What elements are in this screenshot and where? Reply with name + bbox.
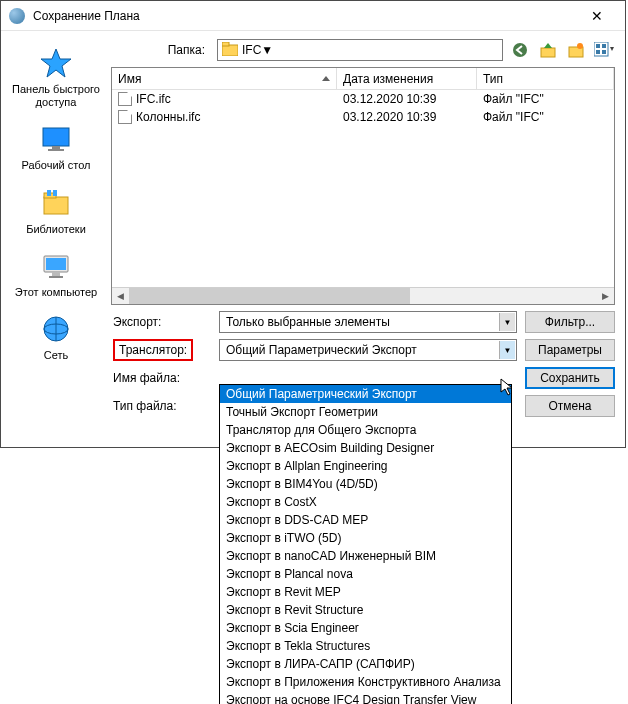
- dropdown-option[interactable]: Экспорт в AECOsim Building Designer: [220, 439, 511, 457]
- new-folder-button[interactable]: [565, 39, 587, 61]
- translator-dropdown[interactable]: Общий Параметрический ЭкспортТочный Эксп…: [219, 384, 512, 704]
- chevron-down-icon: ▼: [499, 313, 515, 331]
- file-icon: [118, 92, 132, 106]
- file-row[interactable]: Колонны.ifc 03.12.2020 10:39 Файл "IFC": [112, 108, 614, 126]
- dropdown-option[interactable]: Экспорт в Tekla Structures: [220, 637, 511, 655]
- dropdown-option[interactable]: Экспорт в Revit Structure: [220, 601, 511, 619]
- save-dialog: Сохранение Плана ✕ Панель быстрого досту…: [0, 0, 626, 448]
- scroll-left-icon[interactable]: ◀: [112, 288, 129, 304]
- view-menu-button[interactable]: [593, 39, 615, 61]
- up-button[interactable]: [537, 39, 559, 61]
- svg-rect-23: [602, 44, 606, 48]
- svg-point-17: [513, 43, 527, 57]
- svg-rect-2: [52, 146, 60, 149]
- svg-rect-10: [52, 272, 60, 276]
- back-button[interactable]: [509, 39, 531, 61]
- dropdown-option[interactable]: Экспорт в nanoCAD Инженерный BIM: [220, 547, 511, 565]
- dropdown-option[interactable]: Экспорт в Plancal nova: [220, 565, 511, 583]
- dropdown-option[interactable]: Экспорт в Allplan Engineering: [220, 457, 511, 475]
- places-sidebar: Панель быстрого доступа Рабочий стол Биб…: [1, 31, 111, 447]
- cancel-button[interactable]: Отмена: [525, 395, 615, 417]
- filetype-label: Тип файла:: [111, 399, 211, 413]
- chevron-down-icon: ▼: [261, 43, 273, 57]
- computer-icon: [40, 250, 72, 282]
- save-button[interactable]: Сохранить: [525, 367, 615, 389]
- window-title: Сохранение Плана: [33, 9, 577, 23]
- dropdown-option[interactable]: Экспорт в Scia Engineer: [220, 619, 511, 637]
- horizontal-scrollbar[interactable]: ◀ ▶: [112, 287, 614, 304]
- translator-label: Транслятор:: [113, 339, 193, 361]
- svg-rect-15: [222, 45, 238, 56]
- svg-rect-22: [596, 44, 600, 48]
- col-header-type[interactable]: Тип: [477, 68, 614, 90]
- svg-marker-0: [41, 49, 71, 77]
- svg-rect-25: [602, 50, 606, 54]
- svg-rect-11: [49, 276, 63, 278]
- dropdown-option[interactable]: Экспорт в Приложения Конструктивного Ана…: [220, 673, 511, 691]
- file-list: Имя Дата изменения Тип IFC.ifc 03.12.202…: [111, 67, 615, 305]
- scroll-right-icon[interactable]: ▶: [597, 288, 614, 304]
- dropdown-option[interactable]: Экспорт на основе IFC4 Design Transfer V…: [220, 691, 511, 704]
- svg-rect-3: [48, 149, 64, 151]
- svg-rect-9: [46, 258, 66, 270]
- svg-rect-6: [47, 190, 51, 196]
- dropdown-option[interactable]: Точный Экспорт Геометрии: [220, 403, 511, 421]
- dropdown-option[interactable]: Транслятор для Общего Экспорта: [220, 421, 511, 439]
- folder-combo[interactable]: IFC ▼: [217, 39, 503, 61]
- star-icon: [40, 47, 72, 79]
- svg-rect-4: [44, 197, 68, 214]
- libraries-icon: [40, 187, 72, 219]
- dropdown-option[interactable]: Экспорт в Revit MEP: [220, 583, 511, 601]
- export-label: Экспорт:: [111, 315, 211, 329]
- filter-button[interactable]: Фильтр...: [525, 311, 615, 333]
- export-combo[interactable]: Только выбранные элементы ▼: [219, 311, 517, 333]
- svg-point-20: [577, 43, 583, 49]
- sidebar-item-quick-access[interactable]: Панель быстрого доступа: [1, 43, 111, 119]
- dropdown-option[interactable]: Экспорт в DDS-CAD MEP: [220, 511, 511, 529]
- sidebar-item-network[interactable]: Сеть: [1, 309, 111, 372]
- file-icon: [118, 110, 132, 124]
- dropdown-option[interactable]: Экспорт в BIM4You (4D/5D): [220, 475, 511, 493]
- parameters-button[interactable]: Параметры: [525, 339, 615, 361]
- sidebar-item-this-pc[interactable]: Этот компьютер: [1, 246, 111, 309]
- dropdown-option[interactable]: Общий Параметрический Экспорт: [220, 385, 511, 403]
- col-header-date[interactable]: Дата изменения: [337, 68, 477, 90]
- sidebar-item-desktop[interactable]: Рабочий стол: [1, 119, 111, 182]
- svg-rect-7: [53, 190, 57, 196]
- svg-rect-18: [541, 48, 555, 57]
- translator-combo[interactable]: Общий Параметрический Экспорт ▼: [219, 339, 517, 361]
- svg-rect-24: [596, 50, 600, 54]
- folder-icon: [222, 42, 238, 59]
- chevron-down-icon: ▼: [499, 341, 515, 359]
- dropdown-option[interactable]: Экспорт в ЛИРА-САПР (САПФИР): [220, 655, 511, 673]
- network-icon: [40, 313, 72, 345]
- sidebar-item-libraries[interactable]: Библиотеки: [1, 183, 111, 246]
- filename-label: Имя файла:: [111, 371, 211, 385]
- svg-rect-16: [222, 42, 229, 46]
- close-button[interactable]: ✕: [577, 1, 617, 31]
- dropdown-option[interactable]: Экспорт в CostX: [220, 493, 511, 511]
- col-header-name[interactable]: Имя: [112, 68, 337, 90]
- app-icon: [9, 8, 25, 24]
- titlebar: Сохранение Плана ✕: [1, 1, 625, 31]
- folder-label: Папка:: [111, 43, 211, 57]
- dropdown-option[interactable]: Экспорт в iTWO (5D): [220, 529, 511, 547]
- svg-rect-1: [43, 128, 69, 146]
- file-row[interactable]: IFC.ifc 03.12.2020 10:39 Файл "IFC": [112, 90, 614, 108]
- desktop-icon: [40, 123, 72, 155]
